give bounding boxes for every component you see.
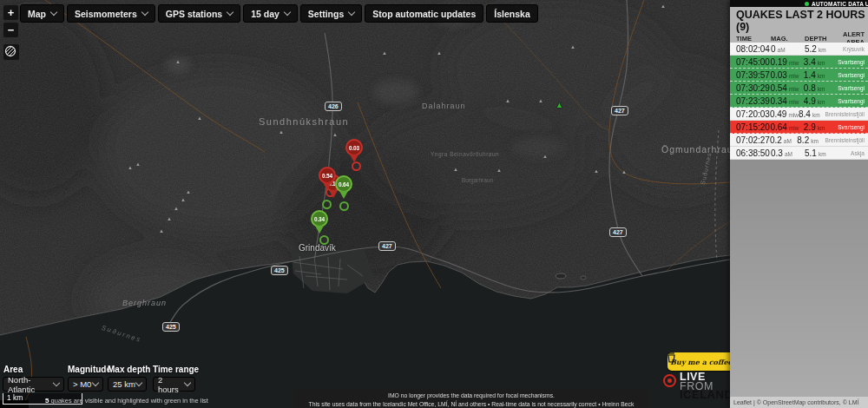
quake-area: Brennisteinsfjöll — [825, 111, 868, 117]
quake-magnitude: 0.64mlw — [770, 122, 803, 132]
epicenter-ring — [339, 201, 349, 211]
time-range-filter-label: Time range — [153, 365, 199, 374]
button-label: Seismometers — [75, 9, 137, 19]
quake-marker[interactable]: 0.34 — [311, 210, 328, 234]
epicenter-ring — [319, 235, 329, 245]
scale-label: 1 km — [7, 393, 23, 402]
coffee-button-label: Buy me a coffee — [670, 358, 730, 366]
visible-text: quakes are visible and highlighted with … — [51, 397, 208, 405]
quake-time: 06:38:50 — [730, 148, 771, 158]
quake-marker[interactable]: 0.03 — [345, 139, 363, 162]
seismometers-menu-button[interactable]: Seismometers — [67, 4, 155, 23]
button-label: Íslenska — [494, 9, 529, 19]
zoom-out-button[interactable]: − — [3, 22, 19, 38]
quake-panel: AUTOMATIC DATA UPDATES QUAKES LAST 2 HOU… — [730, 0, 868, 408]
quake-time: 07:02:27 — [730, 135, 770, 145]
panel-body — [730, 160, 868, 397]
map-attribution[interactable]: Leaflet | © OpenStreetMap contributors, … — [730, 397, 868, 408]
quake-row[interactable]: 06:38:50 0.3aM 5.1km Askja — [730, 147, 868, 160]
col-time: TIME — [730, 35, 771, 43]
auto-update-status: AUTOMATIC DATA UPDATES — [730, 0, 868, 7]
selected-value: > M0 — [73, 379, 91, 389]
quake-area: Svartsengi — [838, 124, 868, 130]
selected-value: North-Atlantic — [8, 375, 54, 394]
quake-area: Svartsengi — [838, 72, 868, 78]
button-label: Settings — [308, 9, 344, 19]
quake-row[interactable]: 07:15:20 0.64mlw 2.9km Svartsengi — [730, 121, 868, 134]
quake-row[interactable]: 07:45:00 0.19mlw 3.4km Svartsengi — [730, 56, 868, 69]
epicenter-ring — [322, 200, 332, 209]
marker-tail — [339, 191, 348, 199]
quake-time: 07:30:29 — [730, 83, 770, 93]
quake-time: 07:45:00 — [730, 57, 770, 67]
quake-row[interactable]: 07:20:03 0.49mlw 8.4km Brennisteinsfjöll — [730, 108, 868, 121]
road-badge-426: 426 — [325, 102, 342, 111]
quake-area: Svartsengi — [838, 85, 868, 91]
chevron-down-icon — [284, 9, 291, 16]
live-from-iceland-logo[interactable]: LIVE FROM ICELAND — [663, 372, 730, 400]
quake-row[interactable]: 07:23:39 0.34mlw 4.9km Svartsengi — [730, 95, 868, 108]
measure-button[interactable] — [3, 43, 20, 61]
time-range-select[interactable]: 2 hours — [153, 377, 195, 392]
logo-iceland: ICELAND — [680, 391, 730, 400]
quake-area: Brennisteinsfjöll — [825, 137, 868, 143]
quake-time: 08:02:04 — [730, 44, 771, 54]
road-badge-427: 427 — [611, 106, 628, 115]
chevron-down-icon — [227, 9, 233, 16]
quake-marker-label: 0.03 — [349, 145, 359, 151]
road-badge-425: 425 — [271, 266, 288, 275]
time-span-menu-button[interactable]: 15 day — [243, 4, 298, 23]
quake-depth: 1.4km — [804, 70, 838, 80]
max-depth-select[interactable]: 25 km — [108, 377, 147, 392]
language-toggle-button[interactable]: Íslenska — [486, 4, 537, 23]
quake-marker-label: 0.34 — [314, 216, 325, 222]
button-label: GPS stations — [166, 9, 222, 19]
quake-magnitude: 0.34mlw — [770, 96, 803, 106]
button-label: Map — [28, 9, 46, 19]
settings-menu-button[interactable]: Settings — [300, 4, 362, 23]
quake-marker[interactable]: 0.64 — [335, 175, 352, 199]
coffee-cup-icon — [667, 352, 675, 363]
button-label: Stop automatic updates — [372, 9, 476, 19]
quake-depth: 8.2km — [797, 135, 825, 145]
auto-update-label: AUTOMATIC DATA UPDATES — [812, 1, 868, 7]
quake-magnitude: 0.19mlw — [770, 57, 803, 67]
button-label: 15 day — [251, 9, 279, 19]
gps-station-icon[interactable]: ▲ — [556, 102, 563, 109]
quake-row[interactable]: 07:39:57 0.03mlw 1.4km Svartsengi — [730, 69, 868, 82]
toolbar: Map Seismometers GPS stations 15 day Set… — [20, 4, 538, 23]
quake-row[interactable]: 07:30:29 0.54mlw 0.8km Svartsengi — [730, 82, 868, 95]
area-select[interactable]: North-Atlantic — [3, 377, 64, 392]
selected-value: 25 km — [113, 379, 135, 389]
road-badge-427: 427 — [378, 241, 396, 251]
chevron-down-icon — [348, 9, 355, 16]
quake-marker[interactable]: 0.54 — [319, 167, 336, 190]
map-menu-button[interactable]: Map — [20, 4, 64, 23]
quake-area: Svartsengi — [838, 59, 868, 65]
quake-depth: 5.1km — [805, 148, 839, 158]
disclaimer-line1: IMO no longer provides the data required… — [293, 392, 650, 400]
marker-tail — [315, 226, 324, 234]
quake-area: Svartsengi — [838, 98, 868, 104]
quake-magnitude: 0.2aM — [770, 135, 797, 145]
quake-marker-label: 0.64 — [339, 181, 349, 188]
quake-area: Askja — [839, 150, 868, 156]
quake-magnitude: 0.54mlw — [770, 83, 803, 93]
map-canvas[interactable]: Sundhnúkshraun Dalahraun Ögmundarhraun Y… — [0, 0, 730, 408]
camera-lens-icon — [663, 374, 676, 387]
road-badge-425: 425 — [162, 322, 180, 332]
table-header: TIME MAG. DEPTH ALERT AREA — [730, 34, 868, 43]
stop-updates-button[interactable]: Stop automatic updates — [365, 4, 483, 23]
disclaimer-line2: This site uses data from the Icelandic M… — [293, 400, 650, 408]
quake-time: 07:23:39 — [730, 96, 770, 106]
magnitude-select[interactable]: > M0 — [68, 377, 103, 392]
gps-stations-menu-button[interactable]: GPS stations — [158, 4, 240, 23]
zoom-in-button[interactable]: + — [3, 4, 19, 21]
quake-row[interactable]: 08:02:04 0aM 5.2km Krýsuvík — [730, 43, 868, 56]
buy-me-a-coffee-button[interactable]: Buy me a coffee — [667, 352, 730, 371]
zoom-control: + − — [3, 4, 19, 38]
magnitude-filter-label: Magnitude — [68, 365, 111, 374]
status-dot-icon — [805, 2, 809, 6]
visible-quakes-note: 5 quakes are visible and highlighted wit… — [45, 397, 208, 405]
quake-row[interactable]: 07:02:27 0.2aM 8.2km Brennisteinsfjöll — [730, 134, 868, 147]
